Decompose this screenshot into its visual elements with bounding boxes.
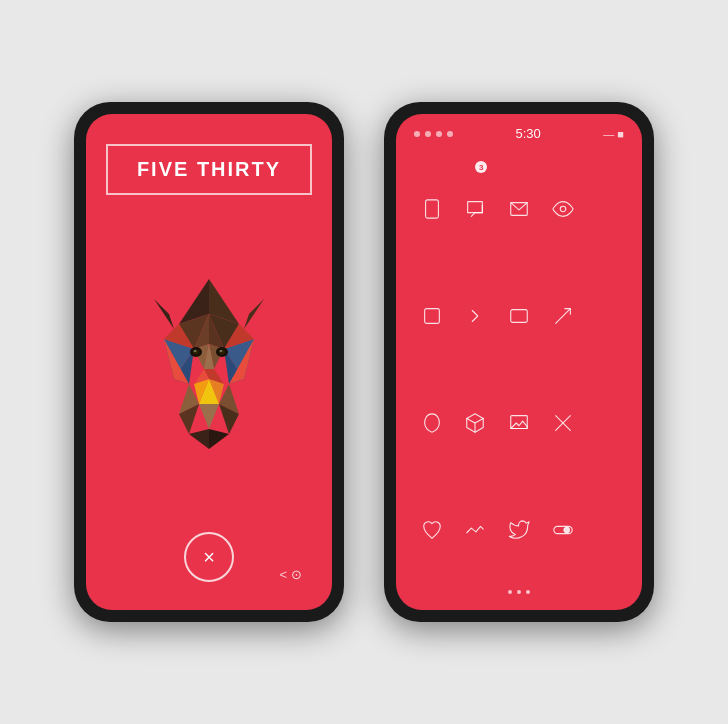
chevron-right-icon-cell[interactable] [454,262,498,369]
svg-point-49 [564,528,570,534]
chart-icon-cell[interactable] [454,477,498,584]
chat-icon [464,198,486,220]
pencil-icon-cell[interactable] [541,262,585,369]
bottom-controls: × < ⊙ [106,532,312,582]
phone-icon [421,198,443,220]
tablet-icon [508,305,530,327]
svg-point-33 [219,349,225,354]
status-battery: — ■ [603,128,624,140]
svg-point-34 [194,350,197,352]
scene: FIVE THIRTY [0,0,728,724]
chart-icon [464,519,486,541]
phone-icon-cell[interactable] [410,155,454,262]
bottom-dots [410,584,628,594]
square-icon-cell[interactable] [410,262,454,369]
cube-icon [464,412,486,434]
status-bar: 5:30 — ■ [410,126,628,141]
landscape-icon [508,412,530,434]
landscape-icon-cell[interactable] [497,370,541,477]
square-icon [421,305,443,327]
empty-cell-4 [584,477,628,584]
leaf-icon [421,412,443,434]
signal-dot-4 [447,131,453,137]
close-x-icon [552,412,574,434]
heart-icon-cell[interactable] [410,477,454,584]
left-screen: FIVE THIRTY [86,114,332,610]
chat-icon-cell[interactable]: 3 [454,155,498,262]
svg-rect-41 [424,309,439,324]
signal-dot-3 [436,131,442,137]
bottom-dot-3 [526,590,530,594]
chevron-right-icon [464,305,486,327]
right-screen: 5:30 — ■ 3 [396,114,642,610]
bottom-dot-2 [517,590,521,594]
mail-icon [508,198,530,220]
eye-icon-cell[interactable] [541,155,585,262]
pencil-icon [552,305,574,327]
svg-marker-29 [209,429,229,449]
bird-icon-cell[interactable] [497,477,541,584]
phone-right: 5:30 — ■ 3 [384,102,654,622]
toggle-icon-cell[interactable] [541,477,585,584]
svg-rect-38 [425,199,438,217]
svg-marker-28 [189,429,209,449]
app-title: FIVE THIRTY [137,158,281,180]
svg-marker-25 [199,404,219,429]
mandrill-illustration [134,205,284,522]
signal-dot-1 [414,131,420,137]
chat-badge: 3 [475,161,487,173]
mail-icon-cell[interactable] [497,155,541,262]
icon-grid: 3 [410,155,628,584]
cube-icon-cell[interactable] [454,370,498,477]
leaf-icon-cell[interactable] [410,370,454,477]
tablet-icon-cell[interactable] [497,262,541,369]
empty-cell-3 [584,370,628,477]
phone-left: FIVE THIRTY [74,102,344,622]
svg-rect-42 [511,309,528,322]
status-time: 5:30 [515,126,540,141]
toggle-icon [552,519,574,541]
status-signal [414,131,453,137]
svg-marker-37 [244,299,264,329]
empty-cell-2 [584,262,628,369]
svg-point-32 [193,349,199,354]
close-button[interactable]: × [184,532,234,582]
bird-icon [508,519,530,541]
svg-point-40 [560,206,566,212]
empty-cell-1 [584,155,628,262]
svg-line-43 [555,309,570,324]
title-box: FIVE THIRTY [106,144,312,195]
bottom-dot-1 [508,590,512,594]
close-x-icon-cell[interactable] [541,370,585,477]
svg-marker-36 [154,299,174,329]
svg-point-35 [220,350,223,352]
signal-dot-2 [425,131,431,137]
nav-hint: < ⊙ [279,567,302,582]
eye-icon [552,198,574,220]
heart-icon [421,519,443,541]
